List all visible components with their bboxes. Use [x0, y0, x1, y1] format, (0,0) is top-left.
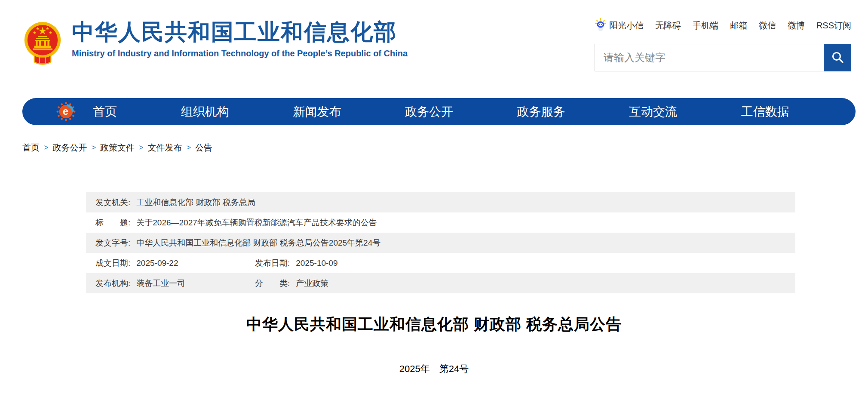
utility-link-mail[interactable]: 邮箱: [730, 20, 747, 31]
utility-link-rss[interactable]: RSS订阅: [816, 20, 851, 31]
meta-label: 分 类:: [255, 278, 290, 289]
nav-item-interaction[interactable]: 互动交流: [629, 104, 677, 120]
utility-link-wechat[interactable]: 微信: [759, 20, 776, 31]
search-icon: [831, 50, 844, 65]
meta-label: 发文字号:: [95, 237, 130, 249]
meta-value: 2025-10-09: [296, 258, 337, 268]
meta-value: 产业政策: [296, 278, 328, 289]
meta-row-document-number: 发文字号: 中华人民共和国工业和信息化部 财政部 税务总局公告2025年第24号: [86, 233, 795, 253]
robot-assistant-icon: [595, 18, 607, 33]
utility-link-label: 阳光小信: [609, 20, 644, 31]
meta-value: 2025-09-22: [136, 258, 178, 268]
nav-item-organization[interactable]: 组织机构: [181, 104, 229, 120]
search-bar: [595, 44, 851, 71]
nav-item-gov-disclosure[interactable]: 政务公开: [405, 104, 453, 120]
document-issue-number: 2025年 第24号: [0, 363, 868, 375]
utility-links: 阳光小信 无障碍 手机端 邮箱 微信 微博 RSS订阅: [595, 18, 851, 33]
site-brand[interactable]: 中华人民共和国工业和信息化部 Ministry of Industry and …: [24, 17, 408, 71]
breadcrumb-home[interactable]: 首页: [22, 142, 40, 154]
utility-link-accessibility[interactable]: 无障碍: [655, 20, 681, 31]
document-title: 中华人民共和国工业和信息化部 财政部 税务总局公告: [0, 314, 868, 335]
meta-value: 工业和信息化部 财政部 税务总局: [136, 197, 255, 208]
main-nav: e 首页 组织机构 新闻发布 政务公开 政务服务 互动交流 工信数据: [22, 98, 856, 125]
breadcrumb-separator: >: [139, 143, 144, 152]
meta-row-publisher-category: 发布机构: 装备工业一司 分 类: 产业政策: [86, 273, 795, 293]
nav-items: 首页 组织机构 新闻发布 政务公开 政务服务 互动交流 工信数据: [61, 98, 821, 125]
meta-row-issuing-authority: 发文机关: 工业和信息化部 财政部 税务总局: [86, 192, 795, 212]
breadcrumb-separator: >: [92, 143, 96, 152]
meta-label: 发布日期:: [255, 258, 290, 269]
meta-row-title: 标 题: 关于2026—2027年减免车辆购置税新能源汽车产品技术要求的公告: [86, 212, 795, 233]
search-input[interactable]: [595, 44, 824, 71]
document-meta-table: 发文机关: 工业和信息化部 财政部 税务总局 标 题: 关于2026—2027年…: [86, 192, 795, 293]
nav-item-home[interactable]: 首页: [93, 104, 117, 120]
breadcrumb-policy-documents[interactable]: 政策文件: [100, 142, 135, 154]
breadcrumb-announcement[interactable]: 公告: [195, 142, 212, 154]
site-title-cn: 中华人民共和国工业和信息化部: [72, 20, 408, 44]
breadcrumb-separator: >: [44, 143, 49, 152]
meta-value: 中华人民共和国工业和信息化部 财政部 税务总局公告2025年第24号: [136, 237, 380, 249]
breadcrumb-separator: >: [187, 143, 191, 152]
meta-value: 装备工业一司: [136, 278, 185, 289]
breadcrumb-document-release[interactable]: 文件发布: [148, 142, 182, 154]
meta-row-dates: 成文日期: 2025-09-22 发布日期: 2025-10-09: [86, 253, 795, 273]
nav-item-news[interactable]: 新闻发布: [293, 104, 341, 120]
meta-label: 发布机构:: [95, 278, 130, 289]
meta-label: 成文日期:: [95, 258, 130, 269]
utility-link-mobile[interactable]: 手机端: [693, 20, 718, 31]
site-title-en: Ministry of Industry and Information Tec…: [72, 49, 408, 58]
utility-link-sunshine-assistant[interactable]: 阳光小信: [595, 18, 644, 33]
brand-text: 中华人民共和国工业和信息化部 Ministry of Industry and …: [72, 17, 408, 58]
nav-item-miit-data[interactable]: 工信数据: [741, 104, 789, 120]
search-button[interactable]: [824, 44, 851, 71]
nav-item-gov-services[interactable]: 政务服务: [517, 104, 565, 120]
breadcrumb: 首页 > 政务公开 > 政策文件 > 文件发布 > 公告: [22, 142, 212, 154]
meta-value: 关于2026—2027年减免车辆购置税新能源汽车产品技术要求的公告: [136, 217, 377, 228]
utility-link-weibo[interactable]: 微博: [788, 20, 805, 31]
national-emblem-icon: [24, 17, 61, 71]
meta-label: 发文机关:: [95, 197, 130, 208]
breadcrumb-gov-disclosure[interactable]: 政务公开: [53, 142, 87, 154]
meta-label: 标 题:: [95, 217, 130, 228]
